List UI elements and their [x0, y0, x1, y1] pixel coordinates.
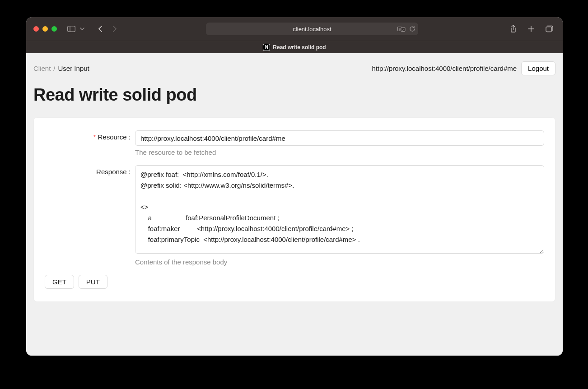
- svg-text:あ: あ: [399, 28, 401, 31]
- traffic-lights: [33, 26, 57, 32]
- resource-input[interactable]: [135, 130, 544, 146]
- user-webid: http://proxy.localhost:4000/client/profi…: [372, 65, 517, 72]
- response-textarea[interactable]: [135, 165, 544, 254]
- resource-label: *Resource :: [45, 130, 135, 141]
- response-help: Contents of the response body: [135, 258, 544, 266]
- address-bar[interactable]: client.localhost あ A: [206, 23, 418, 35]
- new-tab-icon[interactable]: [525, 23, 537, 35]
- breadcrumb-separator: /: [53, 65, 55, 72]
- page-title: Read write solid pod: [33, 85, 555, 105]
- get-button[interactable]: GET: [45, 275, 74, 289]
- reload-icon[interactable]: [409, 26, 415, 32]
- share-icon[interactable]: [507, 23, 519, 35]
- address-text: client.localhost: [293, 26, 331, 32]
- back-button[interactable]: [94, 23, 107, 35]
- browser-window: client.localhost あ A: [26, 17, 563, 356]
- response-label: Response :: [45, 165, 135, 176]
- titlebar: client.localhost あ A: [26, 17, 563, 41]
- window-close-button[interactable]: [33, 26, 39, 32]
- translate-icon[interactable]: あ A: [397, 26, 406, 32]
- tab-strip: N Read write solid pod: [26, 41, 563, 53]
- window-minimize-button[interactable]: [42, 26, 48, 32]
- breadcrumb: Client / User Input: [33, 65, 89, 72]
- form-card: *Resource : The resource to be fetched R…: [33, 117, 555, 302]
- svg-rect-0: [68, 26, 75, 32]
- resource-help: The resource to be fetched: [135, 148, 544, 156]
- put-button[interactable]: PUT: [79, 275, 107, 289]
- forward-button[interactable]: [108, 23, 121, 35]
- svg-text:A: A: [402, 28, 404, 31]
- svg-rect-8: [546, 27, 551, 32]
- tab-overview-icon[interactable]: [543, 23, 555, 35]
- tab-favicon: N: [263, 44, 270, 51]
- page-content: Client / User Input http://proxy.localho…: [26, 53, 563, 356]
- sidebar-chevron-down-icon[interactable]: [79, 23, 86, 35]
- window-zoom-button[interactable]: [51, 26, 57, 32]
- tab-title[interactable]: Read write solid pod: [273, 44, 326, 51]
- breadcrumb-item-client[interactable]: Client: [33, 65, 51, 72]
- sidebar-toggle-button[interactable]: [65, 23, 78, 35]
- logout-button[interactable]: Logout: [521, 61, 555, 75]
- breadcrumb-item-user-input: User Input: [58, 65, 89, 72]
